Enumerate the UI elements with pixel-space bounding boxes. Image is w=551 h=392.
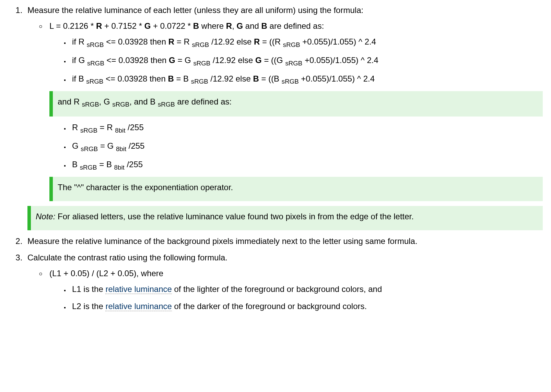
note-label: Note:	[36, 212, 55, 221]
step-2: Measure the relative luminance of the ba…	[25, 235, 543, 247]
b-8bit: B sRGB = B 8bit /255	[69, 158, 543, 172]
l1-l2-list: L1 is the relative luminance of the ligh…	[49, 283, 543, 313]
rgb-definitions: if R sRGB <= 0.03928 then R = R sRGB /12…	[49, 36, 543, 86]
r-8bit: R sRGB = R 8bit /255	[69, 121, 543, 135]
r-definition: if R sRGB <= 0.03928 then R = R sRGB /12…	[69, 36, 543, 49]
relative-luminance-link[interactable]: relative luminance	[105, 284, 172, 294]
luminance-formula: L = 0.2126 * R + 0.7152 * G + 0.0722 * B…	[47, 20, 543, 201]
procedure-list: Measure the relative luminance of each l…	[8, 4, 543, 313]
step-3: Calculate the contrast ratio using the f…	[25, 252, 543, 313]
step-3-sublist: (L1 + 0.05) / (L2 + 0.05), where L1 is t…	[27, 267, 543, 313]
l2-definition: L2 is the relative luminance of the dark…	[69, 300, 543, 313]
relative-luminance-link[interactable]: relative luminance	[105, 302, 172, 311]
g-8bit: G sRGB = G 8bit /255	[69, 140, 543, 154]
aliased-note: Note: For aliased letters, use the relat…	[27, 206, 543, 230]
step-1: Measure the relative luminance of each l…	[25, 4, 543, 230]
g-definition: if G sRGB <= 0.03928 then G = G sRGB /12…	[69, 54, 543, 68]
contrast-ratio-formula: (L1 + 0.05) / (L2 + 0.05), where L1 is t…	[47, 267, 543, 313]
srgb-definition-note: and R sRGB, G sRGB, and B sRGB are defin…	[49, 91, 543, 117]
step-2-text: Measure the relative luminance of the ba…	[27, 236, 418, 246]
l1-definition: L1 is the relative luminance of the ligh…	[69, 283, 543, 295]
step-1-sublist: L = 0.2126 * R + 0.7152 * G + 0.0722 * B…	[27, 20, 543, 201]
step-3-text: Calculate the contrast ratio using the f…	[27, 253, 227, 262]
exponent-note: The "^" character is the exponentiation …	[49, 177, 543, 201]
step-1-text: Measure the relative luminance of each l…	[27, 5, 363, 15]
8bit-definitions: R sRGB = R 8bit /255 G sRGB = G 8bit /25…	[49, 121, 543, 172]
b-definition: if B sRGB <= 0.03928 then B = B sRGB /12…	[69, 73, 543, 86]
